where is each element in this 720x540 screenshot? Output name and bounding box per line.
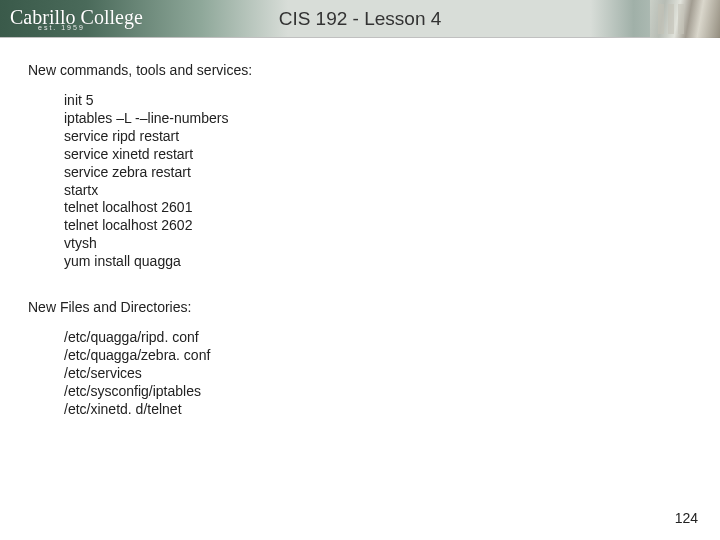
list-item: vtysh: [64, 235, 692, 253]
commands-heading: New commands, tools and services:: [28, 62, 692, 78]
list-item: iptables –L -–line-numbers: [64, 110, 692, 128]
page-number: 124: [675, 510, 698, 526]
list-item: service zebra restart: [64, 164, 692, 182]
list-item: telnet localhost 2601: [64, 199, 692, 217]
college-logo: Cabrillo College est. 1959: [10, 2, 143, 36]
list-item: service ripd restart: [64, 128, 692, 146]
list-item: startx: [64, 182, 692, 200]
list-item: service xinetd restart: [64, 146, 692, 164]
list-item: /etc/quagga/ripd. conf: [64, 329, 692, 347]
list-item: yum install quagga: [64, 253, 692, 271]
list-item: telnet localhost 2602: [64, 217, 692, 235]
slide-header: Cabrillo College est. 1959 CIS 192 - Les…: [0, 0, 720, 38]
commands-list: init 5 iptables –L -–line-numbers servic…: [64, 92, 692, 271]
list-item: /etc/services: [64, 365, 692, 383]
header-decorative-image: [650, 0, 720, 38]
slide-content: New commands, tools and services: init 5…: [0, 38, 720, 419]
files-list: /etc/quagga/ripd. conf /etc/quagga/zebra…: [64, 329, 692, 419]
list-item: /etc/xinetd. d/telnet: [64, 401, 692, 419]
list-item: /etc/quagga/zebra. conf: [64, 347, 692, 365]
list-item: /etc/sysconfig/iptables: [64, 383, 692, 401]
list-item: init 5: [64, 92, 692, 110]
files-heading: New Files and Directories:: [28, 299, 692, 315]
logo-subtext: est. 1959: [38, 24, 143, 31]
